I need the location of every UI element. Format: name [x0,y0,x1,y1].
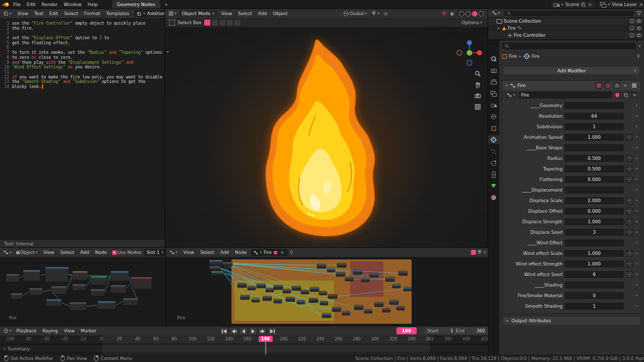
modifier-input-field[interactable]: 0.000 [565,208,624,215]
modifier-input-field[interactable]: 1.000 [565,218,624,225]
material-slot-selector[interactable]: Slot 1▾ [144,249,166,256]
properties-tab-particles[interactable] [488,147,499,155]
properties-tab-object[interactable] [488,124,499,132]
viewport-canvas[interactable]: ▸ [165,27,488,248]
edit-mode-display-toggle[interactable] [595,82,602,89]
modifier-input-field[interactable]: 1 [565,123,624,130]
input-attribute-toggle-icon[interactable] [626,250,633,257]
animate-decorator-icon[interactable] [636,242,637,243]
outliner-item-name[interactable]: Scene Collection [504,19,541,24]
previous-keyframe-button[interactable] [229,327,238,335]
modifier-input-field[interactable]: 1.000 [565,250,624,257]
unlink-node-group-icon[interactable]: × [631,92,638,99]
topbar-menu[interactable]: Render [39,0,61,9]
text-editor-menu[interactable]: Templates [103,9,132,18]
shader-type-selector[interactable]: Object▾ [15,250,40,255]
text-editor-menu[interactable]: Format [81,9,103,18]
animate-decorator-icon[interactable] [636,210,637,212]
new-node-group-icon[interactable] [622,92,629,99]
snapping-toggle[interactable]: ▾ [370,11,381,16]
modifier-input-field[interactable]: 1 [565,303,624,310]
editor-type-icon[interactable]: ▾ [491,11,502,16]
editor-type-icon[interactable]: ▾ [2,250,14,255]
select-mode-set[interactable] [204,19,211,26]
input-attribute-toggle-icon[interactable] [626,155,633,162]
modifier-input-field[interactable]: 0.500 [565,165,624,172]
modifier-input-field[interactable] [565,239,624,246]
playhead-line[interactable] [265,342,266,354]
geo-editor-menu[interactable]: Node [232,248,250,257]
outliner-search-input[interactable] [504,11,634,16]
animate-decorator-icon[interactable] [636,200,637,201]
use-nodes-checkbox[interactable]: ✓ Use Nodes [111,250,143,255]
modifier-input-field[interactable] [565,282,624,289]
modifier-input-field[interactable]: 0 [565,292,624,299]
expand-icon[interactable]: ▾ [506,83,508,87]
timeline-menu[interactable]: View [61,326,77,335]
frame-end-field[interactable]: End 360 [453,327,488,334]
properties-options-icon[interactable]: ▾ [638,44,640,48]
add-workspace-button[interactable]: + [160,2,173,7]
play-button[interactable] [249,327,257,335]
toggle-perspective-icon[interactable] [474,104,481,110]
timeline-menu[interactable]: Marker [77,326,99,335]
solid-shading-icon[interactable] [465,11,471,17]
animate-decorator-icon[interactable] [636,274,637,275]
modifier-input-field[interactable] [565,187,624,194]
node-tree-selector[interactable]: ▾ Fire × [251,249,288,256]
pan-hand-icon[interactable] [474,81,481,88]
modifier-input-field[interactable]: 0.000 [565,176,624,183]
text-editor-menu[interactable]: Text [31,9,46,18]
view-layer-selector[interactable]: ▾ View Layer × [598,1,644,8]
input-attribute-toggle-icon[interactable] [626,134,633,141]
outliner-item-name[interactable]: Fire Controller [514,33,545,38]
text-editor-menu[interactable]: View [15,9,31,18]
modifier-panel-header[interactable]: ▾ Fire × [503,81,640,90]
breadcrumb-modifier[interactable]: Fire [532,54,540,59]
input-attribute-toggle-icon[interactable] [626,218,633,225]
animate-decorator-icon[interactable] [636,157,637,159]
geometry-node-canvas[interactable]: Fire [166,257,488,326]
wireframe-shading-icon[interactable] [459,11,464,17]
animate-decorator-icon[interactable] [636,305,637,307]
input-attribute-toggle-icon[interactable] [626,197,633,204]
input-attribute-toggle-icon[interactable] [626,208,633,215]
workspace-tab-geometry-nodes[interactable]: Geometry Nodes [112,0,160,9]
text-editor-menu[interactable]: Select [61,9,82,18]
animate-decorator-icon[interactable] [636,168,637,169]
current-frame-field[interactable]: 180 [396,327,417,334]
overlays-toggle[interactable]: ◐ [449,11,456,16]
browse-node-group-button[interactable]: ▾ [505,92,517,99]
properties-tab-material[interactable] [488,193,499,202]
animate-decorator-icon[interactable] [636,105,637,106]
shader-editor-menu[interactable]: Node [92,248,110,257]
properties-tab-scene[interactable] [488,101,499,109]
animate-decorator-icon[interactable] [636,295,637,296]
outliner-row[interactable]: ▸Fire [488,25,644,32]
modifier-input-field[interactable]: 2.000 [565,197,624,204]
properties-tab-world[interactable] [488,112,499,121]
editor-type-icon[interactable]: ▾ [167,11,179,16]
viewport-menu[interactable]: View [218,9,235,18]
properties-search-input[interactable] [502,43,636,49]
extras-menu-icon[interactable] [632,85,636,85]
topbar-menu[interactable]: Help [85,0,101,9]
mode-selector[interactable]: Object Mode▾ [180,10,217,17]
expand-icon[interactable]: ▸ [497,26,501,30]
properties-tab-modifiers[interactable] [488,135,499,144]
properties-tab-viewlayer[interactable] [488,89,499,98]
fire-object[interactable] [165,27,488,248]
disable-in-viewport-icon[interactable] [629,26,634,31]
text-datablock[interactable]: ▾ Additional Notes × [134,10,165,17]
disable-in-viewport-icon[interactable] [629,19,634,24]
properties-tab-physics[interactable] [488,158,499,167]
geo-editor-menu[interactable]: Add [217,248,232,257]
animate-decorator-icon[interactable] [636,115,637,117]
remove-view-layer-icon[interactable]: × [638,2,644,7]
filter-icon[interactable] [636,11,641,16]
options-dropdown[interactable]: Options▾ [460,20,484,25]
text-editor-content[interactable]: 1use the "Fire Controller" empty object … [0,19,165,89]
magnet-icon[interactable] [477,250,482,255]
editor-type-icon[interactable]: ▾ [2,11,14,16]
animate-decorator-icon[interactable] [636,252,637,254]
